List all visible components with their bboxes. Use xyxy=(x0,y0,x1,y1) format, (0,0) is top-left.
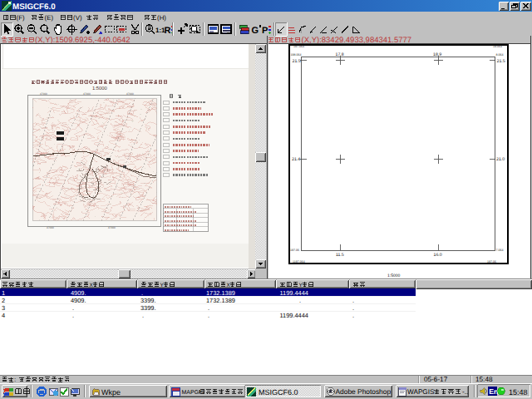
svg-text:(X,Y):83429.4933,984341.5777: (X,Y):83429.4933,984341.5777 xyxy=(302,36,412,45)
svg-text:WAPGIS: WAPGIS xyxy=(407,388,435,396)
svg-text:1197.064: 1197.064 xyxy=(293,260,305,264)
svg-text:7.064: 7.064 xyxy=(496,249,504,252)
svg-text:.: . xyxy=(141,289,143,297)
svg-text:15:48: 15:48 xyxy=(475,376,493,383)
svg-text:197.06: 197.06 xyxy=(487,260,496,264)
svg-text:4909.: 4909. xyxy=(71,289,86,297)
svg-text:X: X xyxy=(226,283,230,288)
svg-text:21.5: 21.5 xyxy=(293,59,301,64)
svg-text:15:48: 15:48 xyxy=(509,388,528,397)
svg-text:R: R xyxy=(165,26,171,36)
svg-text:21.0: 21.0 xyxy=(496,157,505,162)
svg-text:197.06: 197.06 xyxy=(290,249,299,252)
svg-text:.: . xyxy=(208,304,209,312)
svg-text:MSIGCF6.0: MSIGCF6.0 xyxy=(259,388,298,397)
svg-text:4909.: 4909. xyxy=(71,297,86,304)
svg-text:1199.4444: 1199.4444 xyxy=(280,289,308,297)
svg-text:47000: 47000 xyxy=(47,226,54,229)
svg-text:Adobe Photoshop: Adobe Photoshop xyxy=(336,387,392,396)
svg-text:.: . xyxy=(72,304,74,312)
svg-text:X: X xyxy=(89,283,93,288)
svg-text:.: . xyxy=(352,304,354,312)
svg-text:2: 2 xyxy=(2,297,5,304)
svg-text:21.5: 21.5 xyxy=(497,59,505,64)
svg-text:En: En xyxy=(489,387,498,396)
svg-text:.: . xyxy=(352,297,354,304)
svg-text:Y: Y xyxy=(298,283,303,288)
svg-text:P: P xyxy=(262,26,268,36)
svg-text:8.064: 8.064 xyxy=(496,53,504,57)
svg-text:(H): (H) xyxy=(157,14,166,22)
svg-text:(F): (F) xyxy=(17,14,25,22)
svg-text:3399.: 3399. xyxy=(140,297,156,304)
svg-text:11.5: 11.5 xyxy=(336,253,344,258)
svg-text:MSIGCF6.0: MSIGCF6.0 xyxy=(12,2,56,12)
svg-text:1: 1 xyxy=(2,289,5,297)
svg-text:47000: 47000 xyxy=(126,92,134,96)
svg-text:1732.1389: 1732.1389 xyxy=(206,297,235,304)
svg-text:19.064: 19.064 xyxy=(493,45,502,48)
svg-text:197.064: 197.064 xyxy=(293,45,304,48)
svg-text:18.9: 18.9 xyxy=(433,52,441,57)
svg-text:05-6-17: 05-6-17 xyxy=(424,376,448,383)
svg-text:21.4: 21.4 xyxy=(292,157,300,162)
svg-text:(X,Y):1509.6925,-440.0642: (X,Y):1509.6925,-440.0642 xyxy=(35,36,131,45)
svg-text:3399.: 3399. xyxy=(140,304,156,312)
svg-text::: : xyxy=(14,376,16,383)
svg-text:Wkpe: Wkpe xyxy=(101,388,121,397)
svg-text:1199.4444: 1199.4444 xyxy=(280,312,308,319)
svg-text:.: . xyxy=(72,312,74,319)
svg-text:3: 3 xyxy=(2,304,5,312)
svg-text:16.0: 16.0 xyxy=(434,253,442,258)
svg-text:1:5000: 1:5000 xyxy=(92,86,107,91)
svg-text:47000: 47000 xyxy=(108,226,116,229)
svg-text:1:5000: 1:5000 xyxy=(387,273,401,278)
svg-text:.: . xyxy=(142,312,144,319)
svg-text:MAPGIS: MAPGIS xyxy=(182,390,205,396)
svg-text:.: . xyxy=(299,297,301,304)
svg-text:(E): (E) xyxy=(45,14,54,22)
svg-text:Y: Y xyxy=(160,283,164,288)
svg-text:17.8: 17.8 xyxy=(336,52,344,57)
svg-text:(V): (V) xyxy=(73,14,82,22)
svg-text:G: G xyxy=(252,26,259,36)
svg-text:47000: 47000 xyxy=(83,92,91,96)
svg-text:47000: 47000 xyxy=(40,92,47,96)
svg-text:.: . xyxy=(208,312,209,319)
svg-text:-..: -.. xyxy=(462,388,468,396)
svg-text:198.064: 198.064 xyxy=(291,53,302,57)
svg-text:4: 4 xyxy=(2,312,5,319)
svg-text:1732.1389: 1732.1389 xyxy=(206,289,235,297)
svg-text:.: . xyxy=(352,312,354,319)
